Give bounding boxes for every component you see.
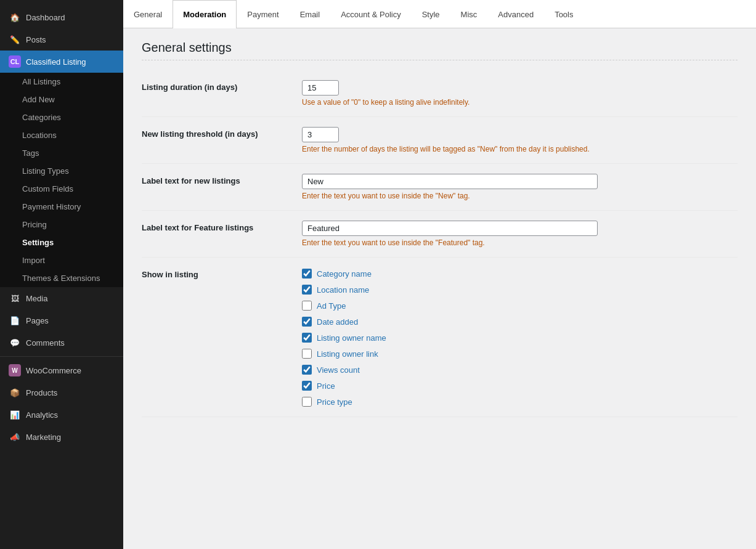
field-new-listing-threshold: Enter the number of days the listing wil… — [302, 127, 738, 153]
comments-icon: 💬 — [9, 336, 21, 349]
sidebar-subitem-themes-extensions[interactable]: Themes & Extensions — [0, 269, 123, 287]
checkbox-label-listing-owner-name: Listing owner name — [317, 333, 386, 343]
setting-label-feature-listings: Label text for Feature listings Enter th… — [142, 211, 738, 258]
sidebar-subitem-tags[interactable]: Tags — [0, 144, 123, 162]
field-label-new-listings: Enter the text you want to use inside th… — [302, 174, 738, 200]
checkbox-label-listing-owner-link: Listing owner link — [317, 349, 378, 359]
tab-misc[interactable]: Misc — [450, 0, 488, 28]
checkbox-item-views-count[interactable]: Views count — [302, 365, 738, 375]
sidebar-label-products: Products — [26, 388, 57, 397]
sidebar-label-comments: Comments — [26, 338, 65, 348]
checkbox-item-category-name[interactable]: Category name — [302, 269, 738, 279]
hint-new-listing-threshold: Enter the number of days the listing wil… — [302, 145, 738, 153]
hint-label-new-listings: Enter the text you want to use inside th… — [302, 192, 738, 200]
main-area: General Moderation Payment Email Account… — [123, 0, 756, 549]
sidebar-item-pages[interactable]: 📄 Pages — [0, 309, 123, 331]
sidebar-label-dashboard: Dashboard — [26, 13, 65, 22]
sidebar-label-pages: Pages — [26, 316, 49, 325]
classified-listing-icon: CL — [9, 55, 21, 68]
label-label-feature-listings: Label text for Feature listings — [142, 221, 302, 232]
tab-account-policy[interactable]: Account & Policy — [330, 0, 412, 28]
content-area: General settings Listing duration (in da… — [123, 28, 756, 549]
checkbox-category-name[interactable] — [302, 269, 312, 279]
checkbox-listing-owner-link[interactable] — [302, 349, 312, 359]
input-label-new-listings[interactable] — [302, 174, 598, 189]
checkbox-item-date-added[interactable]: Date added — [302, 317, 738, 327]
checkbox-price-type[interactable] — [302, 397, 312, 407]
sidebar-subitem-locations[interactable]: Locations — [0, 126, 123, 144]
sidebar-item-marketing[interactable]: 📣 Marketing — [0, 426, 123, 448]
marketing-icon: 📣 — [9, 431, 21, 443]
sidebar-subitem-listing-types[interactable]: Listing Types — [0, 162, 123, 180]
label-listing-duration: Listing duration (in days) — [142, 80, 302, 92]
setting-listing-duration: Listing duration (in days) Use a value o… — [142, 70, 738, 117]
dashboard-icon: 🏠 — [9, 11, 21, 23]
checkbox-item-ad-type[interactable]: Ad Type — [302, 301, 738, 311]
setting-show-in-listing: Show in listing Category name Location n… — [142, 258, 738, 417]
checkbox-label-price-type: Price type — [317, 397, 352, 407]
sidebar-item-posts[interactable]: ✏️ Posts — [0, 28, 123, 51]
products-icon: 📦 — [9, 386, 21, 399]
checkbox-label-category-name: Category name — [317, 269, 372, 279]
posts-icon: ✏️ — [9, 33, 21, 46]
sidebar-subitem-add-new[interactable]: Add New — [0, 91, 123, 108]
label-show-in-listing: Show in listing — [142, 267, 302, 279]
checkbox-label-price: Price — [317, 381, 335, 391]
checkbox-location-name[interactable] — [302, 285, 312, 295]
checkbox-item-price-type[interactable]: Price type — [302, 397, 738, 407]
checkbox-ad-type[interactable] — [302, 301, 312, 311]
label-new-listing-threshold: New listing threshold (in days) — [142, 127, 302, 139]
pages-icon: 📄 — [9, 314, 21, 327]
checkbox-item-listing-owner-name[interactable]: Listing owner name — [302, 333, 738, 343]
sidebar-item-woocommerce[interactable]: W WooCommerce — [0, 359, 123, 381]
checkbox-label-location-name: Location name — [317, 285, 369, 295]
sidebar-label-media: Media — [26, 294, 47, 303]
tab-general[interactable]: General — [123, 0, 173, 28]
sidebar-subitem-custom-fields[interactable]: Custom Fields — [0, 180, 123, 198]
sidebar-subitem-settings[interactable]: Settings — [0, 234, 123, 251]
tab-moderation[interactable]: Moderation — [173, 0, 237, 28]
sidebar-label-posts: Posts — [26, 35, 46, 44]
sidebar-item-analytics[interactable]: 📊 Analytics — [0, 404, 123, 426]
sidebar-subitem-payment-history[interactable]: Payment History — [0, 198, 123, 216]
input-new-listing-threshold[interactable] — [302, 127, 339, 142]
checkbox-date-added[interactable] — [302, 317, 312, 327]
sidebar-item-media[interactable]: 🖼 Media — [0, 287, 123, 309]
media-icon: 🖼 — [9, 292, 21, 304]
checkbox-label-ad-type: Ad Type — [317, 301, 346, 311]
checkbox-label-views-count: Views count — [317, 365, 360, 375]
setting-new-listing-threshold: New listing threshold (in days) Enter th… — [142, 117, 738, 164]
hint-label-feature-listings: Enter the text you want to use inside th… — [302, 238, 738, 247]
sidebar-item-comments[interactable]: 💬 Comments — [0, 331, 123, 354]
checkbox-item-location-name[interactable]: Location name — [302, 285, 738, 295]
checkbox-item-price[interactable]: Price — [302, 381, 738, 391]
sidebar-label-classified-listing: Classified Listing — [26, 57, 86, 67]
classified-listing-submenu: All Listings Add New Categories Location… — [0, 73, 123, 287]
sidebar-subitem-import[interactable]: Import — [0, 251, 123, 269]
sidebar-label-analytics: Analytics — [26, 410, 58, 420]
setting-label-new-listings: Label text for new listings Enter the te… — [142, 164, 738, 211]
checkbox-item-listing-owner-link[interactable]: Listing owner link — [302, 349, 738, 359]
sidebar-item-dashboard[interactable]: 🏠 Dashboard — [0, 6, 123, 28]
sidebar: 🏠 Dashboard ✏️ Posts CL Classified Listi… — [0, 0, 123, 549]
checkbox-views-count[interactable] — [302, 365, 312, 375]
sidebar-subitem-categories[interactable]: Categories — [0, 108, 123, 126]
sidebar-item-products[interactable]: 📦 Products — [0, 381, 123, 404]
tab-tools[interactable]: Tools — [544, 0, 583, 28]
tab-email[interactable]: Email — [290, 0, 331, 28]
tab-payment[interactable]: Payment — [237, 0, 289, 28]
sidebar-subitem-pricing[interactable]: Pricing — [0, 216, 123, 234]
input-listing-duration[interactable] — [302, 80, 339, 96]
field-show-in-listing: Category name Location name Ad Type Date… — [302, 267, 738, 407]
tab-bar: General Moderation Payment Email Account… — [123, 0, 756, 28]
hint-listing-duration: Use a value of "0" to keep a listing ali… — [302, 98, 738, 107]
field-listing-duration: Use a value of "0" to keep a listing ali… — [302, 80, 738, 107]
checkbox-listing-owner-name[interactable] — [302, 333, 312, 343]
sidebar-subitem-all-listings[interactable]: All Listings — [0, 73, 123, 91]
tab-style[interactable]: Style — [412, 0, 450, 28]
tab-advanced[interactable]: Advanced — [487, 0, 544, 28]
analytics-icon: 📊 — [9, 409, 21, 421]
sidebar-item-classified-listing[interactable]: CL Classified Listing — [0, 51, 123, 73]
checkbox-price[interactable] — [302, 381, 312, 391]
input-label-feature-listings[interactable] — [302, 221, 598, 236]
